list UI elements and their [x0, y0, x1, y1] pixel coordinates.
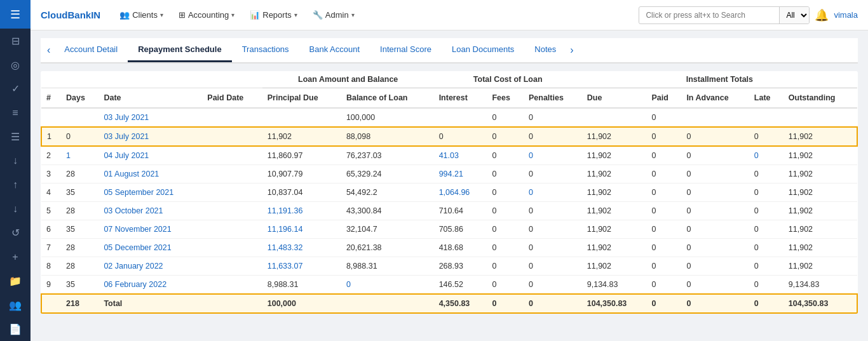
initial-fees: 0: [487, 108, 524, 127]
sidebar-icon-13[interactable]: 📄: [0, 317, 31, 341]
tab-bank-account[interactable]: Bank Account: [299, 38, 370, 62]
row4-late: 0: [749, 184, 783, 202]
sidebar-icon-5[interactable]: ☰: [0, 125, 31, 149]
notification-bell-icon[interactable]: 🔔: [815, 8, 829, 22]
row6-due: 11,902: [582, 220, 647, 239]
row2-principal: 11,860.97: [262, 146, 341, 165]
tab-transactions[interactable]: Transactions: [232, 38, 299, 62]
row5-date: 03 October 2021: [98, 202, 202, 220]
row6-balance: 32,104.7: [341, 220, 434, 239]
sidebar-icon-9[interactable]: ↺: [0, 221, 31, 245]
table-row: 1 0 03 July 2021 11,902 88,098 0 0 0 11,…: [41, 127, 857, 146]
row3-principal: 10,907.79: [262, 165, 341, 184]
nav-accounting[interactable]: ⊞ Accounting ▾: [172, 6, 241, 23]
total-num: [41, 294, 61, 313]
row8-due: 11,902: [582, 257, 647, 276]
clients-arrow: ▾: [160, 11, 163, 18]
content-area: ‹ Account Detail Repayment Schedule Tran…: [31, 30, 868, 341]
row1-paid: 0: [646, 127, 681, 146]
col-balance-of-loan: Balance of Loan: [341, 88, 434, 109]
row2-interest: 41.03: [434, 146, 487, 165]
initial-data-row: 03 July 2021 100,000 0 0 0: [41, 108, 857, 127]
row3-late: 0: [749, 165, 783, 184]
row6-paid-date: [202, 220, 262, 239]
row4-penalties: 0: [524, 184, 582, 202]
row3-days: 28: [61, 165, 98, 184]
admin-arrow: ▾: [351, 11, 355, 18]
total-in-advance: 0: [681, 294, 749, 313]
sidebar-icon-12[interactable]: 👥: [0, 293, 31, 317]
tab-repayment-schedule[interactable]: Repayment Schedule: [128, 38, 232, 62]
row9-penalties: 0: [524, 276, 582, 295]
tab-internal-score[interactable]: Internal Score: [370, 38, 442, 62]
row8-balance: 8,988.31: [341, 257, 434, 276]
group-header-empty: [41, 71, 262, 88]
tab-prev-button[interactable]: ‹: [43, 39, 54, 61]
row7-penalties: 0: [524, 239, 582, 257]
search-filter-select[interactable]: All: [779, 7, 809, 23]
initial-date[interactable]: 03 July 2021: [98, 108, 202, 127]
row7-in-advance: 0: [681, 239, 749, 257]
row2-balance: 76,237.03: [341, 146, 434, 165]
row8-outstanding: 11,902: [783, 257, 857, 276]
sidebar-icon-2[interactable]: ◎: [0, 53, 31, 77]
tab-loan-documents[interactable]: Loan Documents: [442, 38, 524, 62]
row8-paid-date: [202, 257, 262, 276]
initial-num: [41, 108, 61, 127]
row8-days: 28: [61, 257, 98, 276]
row1-paid-date: [202, 127, 262, 146]
sidebar-icon-10[interactable]: +: [0, 245, 31, 269]
row9-in-advance: 0: [681, 276, 749, 295]
sidebar: ☰ ⊟ ◎ ✓ ≡ ☰ ↓ ↑ ↓ ↺ + 📁 👥 📄: [0, 0, 31, 341]
row3-interest: 994.21: [434, 165, 487, 184]
nav-admin[interactable]: 🔧 Admin ▾: [306, 6, 361, 23]
sidebar-icon-8[interactable]: ↓: [0, 197, 31, 221]
tab-account-detail[interactable]: Account Detail: [54, 38, 128, 62]
sidebar-icon-3[interactable]: ✓: [0, 77, 31, 101]
group-header-loan-amount: Loan Amount and Balance: [262, 71, 434, 88]
clients-icon: 👥: [119, 10, 130, 20]
row9-due: 9,134.83: [582, 276, 647, 295]
sidebar-icon-6[interactable]: ↓: [0, 149, 31, 173]
row7-paid-date: [202, 239, 262, 257]
sidebar-icon-7[interactable]: ↑: [0, 173, 31, 197]
total-days: 218: [61, 294, 98, 313]
row8-date: 02 January 2022: [98, 257, 202, 276]
total-row: 218 Total 100,000 4,350.83 0 0 104,350.8…: [41, 294, 857, 313]
col-principal-due: Principal Due: [262, 88, 341, 109]
user-name[interactable]: vimala: [834, 10, 858, 20]
row2-penalties: 0: [524, 146, 582, 165]
row9-outstanding: 9,134.83: [783, 276, 857, 295]
row7-principal: 11,483.32: [262, 239, 341, 257]
row6-penalties: 0: [524, 220, 582, 239]
row5-num: 5: [41, 202, 61, 220]
row4-principal: 10,837.04: [262, 184, 341, 202]
total-paid: 0: [646, 294, 681, 313]
row1-principal: 11,902: [262, 127, 341, 146]
row5-fees: 0: [487, 202, 524, 220]
tab-next-button[interactable]: ›: [566, 39, 577, 61]
row7-late: 0: [749, 239, 783, 257]
sidebar-icon-11[interactable]: 📁: [0, 269, 31, 293]
row2-outstanding: 11,902: [783, 146, 857, 165]
row4-outstanding: 11,902: [783, 184, 857, 202]
row9-paid: 0: [646, 276, 681, 295]
table-row: 2 1 04 July 2021 11,860.97 76,237.03 41.…: [41, 146, 857, 165]
row1-num: 1: [41, 127, 61, 146]
sidebar-icon-1[interactable]: ⊟: [0, 29, 31, 53]
row3-num: 3: [41, 165, 61, 184]
initial-paid-date: [202, 108, 262, 127]
nav-reports[interactable]: 📊 Reports ▾: [243, 6, 304, 23]
total-label: Total: [98, 294, 202, 313]
search-input[interactable]: [639, 8, 779, 23]
row6-days: 35: [61, 220, 98, 239]
row9-balance: 0: [341, 276, 434, 295]
row2-late: 0: [749, 146, 783, 165]
sidebar-menu-icon[interactable]: ☰: [0, 0, 31, 29]
group-header-installment-totals: Installment Totals: [582, 71, 857, 88]
tab-notes[interactable]: Notes: [524, 38, 566, 62]
row4-interest: 1,064.96: [434, 184, 487, 202]
sidebar-icon-4[interactable]: ≡: [0, 101, 31, 125]
nav-clients[interactable]: 👥 Clients ▾: [113, 6, 170, 23]
table-row: 7 28 05 December 2021 11,483.32 20,621.3…: [41, 239, 857, 257]
